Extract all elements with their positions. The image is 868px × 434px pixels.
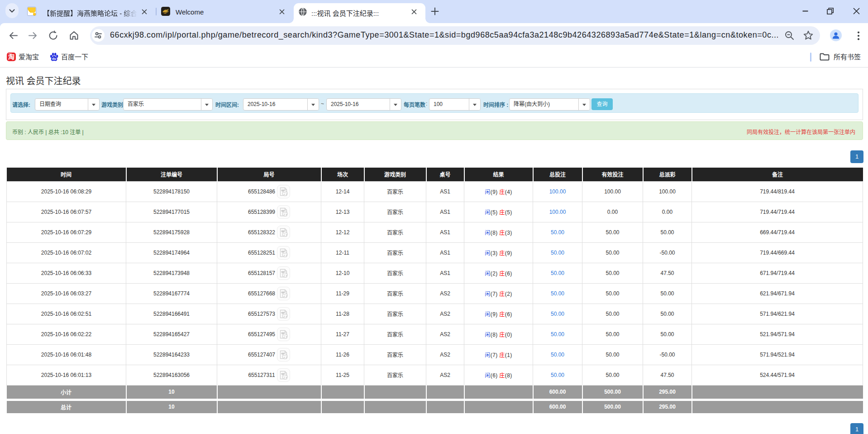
svg-text:du: du [52, 57, 57, 61]
